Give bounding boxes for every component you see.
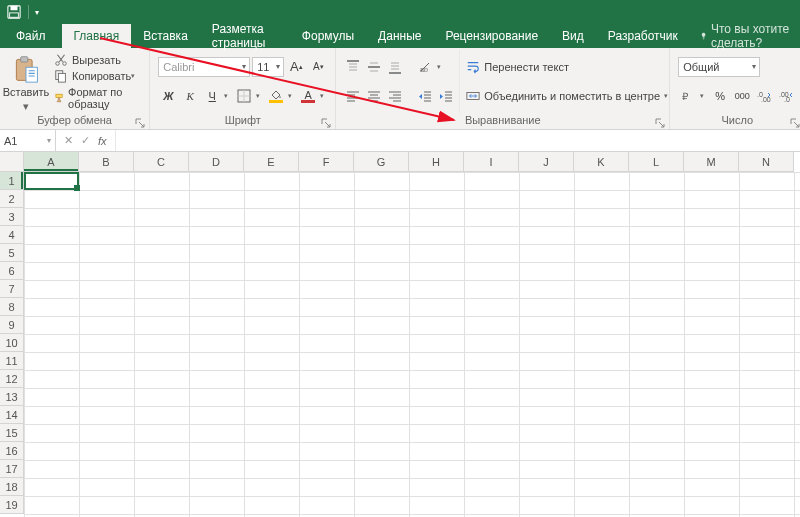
tab-page-layout[interactable]: Разметка страницы [200,24,290,48]
decrease-decimal-button[interactable]: .00.0 [776,86,796,106]
align-right-button[interactable] [386,87,404,105]
tab-view[interactable]: Вид [550,24,596,48]
font-size-combo[interactable]: 11 [252,57,284,77]
font-color-dropdown-icon[interactable]: ▾ [320,92,328,100]
tell-me-search[interactable]: Что вы хотите сделать? [690,24,800,48]
col-head-C[interactable]: C [134,152,189,172]
row-head-4[interactable]: 4 [0,226,24,244]
tab-formulas[interactable]: Формулы [290,24,366,48]
font-name-combo[interactable]: Calibri [158,57,250,77]
underline-dropdown-icon[interactable]: ▾ [224,92,232,100]
percent-button[interactable]: % [710,86,730,106]
row-head-11[interactable]: 11 [0,352,24,370]
save-icon[interactable] [6,4,22,20]
orientation-button[interactable]: ab [416,58,434,76]
font-launcher-icon[interactable] [321,117,331,127]
svg-rect-4 [21,57,28,62]
borders-button[interactable] [234,86,254,106]
number-format-combo[interactable]: Общий [678,57,760,77]
alignment-launcher-icon[interactable] [655,117,665,127]
col-head-K[interactable]: K [574,152,629,172]
borders-dropdown-icon[interactable]: ▾ [256,92,264,100]
row-head-10[interactable]: 10 [0,334,24,352]
copy-button[interactable]: Копировать▾ [52,68,141,84]
row-head-12[interactable]: 12 [0,370,24,388]
row-head-1[interactable]: 1 [0,172,24,190]
name-box[interactable]: A1 [0,130,56,151]
paste-button[interactable]: Вставить ▾ [4,50,48,113]
tab-insert[interactable]: Вставка [131,24,200,48]
row-head-13[interactable]: 13 [0,388,24,406]
col-head-H[interactable]: H [409,152,464,172]
row-head-7[interactable]: 7 [0,280,24,298]
align-bottom-button[interactable] [386,58,404,76]
col-head-N[interactable]: N [739,152,794,172]
accounting-dropdown-icon[interactable]: ▾ [700,92,708,100]
col-head-F[interactable]: F [299,152,354,172]
fill-dropdown-icon[interactable]: ▾ [288,92,296,100]
format-painter-button[interactable]: Формат по образцу [52,85,141,111]
currency-icon: ₽ [681,89,695,103]
row-head-14[interactable]: 14 [0,406,24,424]
align-center-button[interactable] [365,87,383,105]
wrap-text-button[interactable]: Перенести текст [464,59,670,75]
svg-rect-1 [11,6,18,10]
cells-area[interactable] [24,172,800,517]
cut-button[interactable]: Вырезать [52,52,141,68]
paste-dropdown-icon[interactable]: ▾ [23,100,29,113]
row-head-17[interactable]: 17 [0,460,24,478]
merge-center-button[interactable]: Объединить и поместить в центре▾ [464,88,670,104]
tab-review[interactable]: Рецензирование [433,24,550,48]
cancel-formula-button[interactable]: ✕ [64,134,73,147]
insert-function-button[interactable]: fx [98,135,107,147]
col-head-L[interactable]: L [629,152,684,172]
clipboard-launcher-icon[interactable] [135,117,145,127]
qat-dropdown-icon[interactable]: ▾ [35,8,39,17]
decrease-indent-button[interactable] [416,87,434,105]
row-head-15[interactable]: 15 [0,424,24,442]
increase-decimal-button[interactable]: .0.00 [754,86,774,106]
increase-indent-button[interactable] [437,87,455,105]
svg-rect-5 [26,67,37,82]
col-head-B[interactable]: B [79,152,134,172]
align-left-button[interactable] [344,87,362,105]
col-head-M[interactable]: M [684,152,739,172]
fill-color-button[interactable] [266,86,286,106]
increase-font-button[interactable]: A▴ [286,57,306,77]
accounting-format-button[interactable]: ₽ [678,86,698,106]
align-middle-button[interactable] [365,58,383,76]
col-head-D[interactable]: D [189,152,244,172]
row-head-8[interactable]: 8 [0,298,24,316]
orientation-dropdown-icon[interactable]: ▾ [437,63,445,71]
comma-style-button[interactable]: 000 [732,86,752,106]
merge-dropdown-icon[interactable]: ▾ [664,92,668,100]
brush-icon [54,91,64,105]
tab-home[interactable]: Главная [62,24,132,48]
italic-button[interactable]: К [180,86,200,106]
enter-formula-button[interactable]: ✓ [81,134,90,147]
row-head-5[interactable]: 5 [0,244,24,262]
row-head-19[interactable]: 19 [0,496,24,514]
underline-button[interactable]: Ч [202,86,222,106]
row-head-2[interactable]: 2 [0,190,24,208]
col-head-G[interactable]: G [354,152,409,172]
tab-file[interactable]: Файл [0,24,62,48]
bold-button[interactable]: Ж [158,86,178,106]
row-head-6[interactable]: 6 [0,262,24,280]
row-head-9[interactable]: 9 [0,316,24,334]
decrease-font-button[interactable]: A▾ [308,57,328,77]
col-head-A[interactable]: A [24,152,79,172]
tab-developer[interactable]: Разработчик [596,24,690,48]
col-head-I[interactable]: I [464,152,519,172]
tab-data[interactable]: Данные [366,24,433,48]
row-head-16[interactable]: 16 [0,442,24,460]
align-top-button[interactable] [344,58,362,76]
col-head-E[interactable]: E [244,152,299,172]
formula-input[interactable] [116,130,800,151]
font-color-button[interactable]: A [298,86,318,106]
col-head-J[interactable]: J [519,152,574,172]
select-all-corner[interactable] [0,152,24,172]
number-launcher-icon[interactable] [790,117,800,127]
row-head-3[interactable]: 3 [0,208,24,226]
row-head-18[interactable]: 18 [0,478,24,496]
